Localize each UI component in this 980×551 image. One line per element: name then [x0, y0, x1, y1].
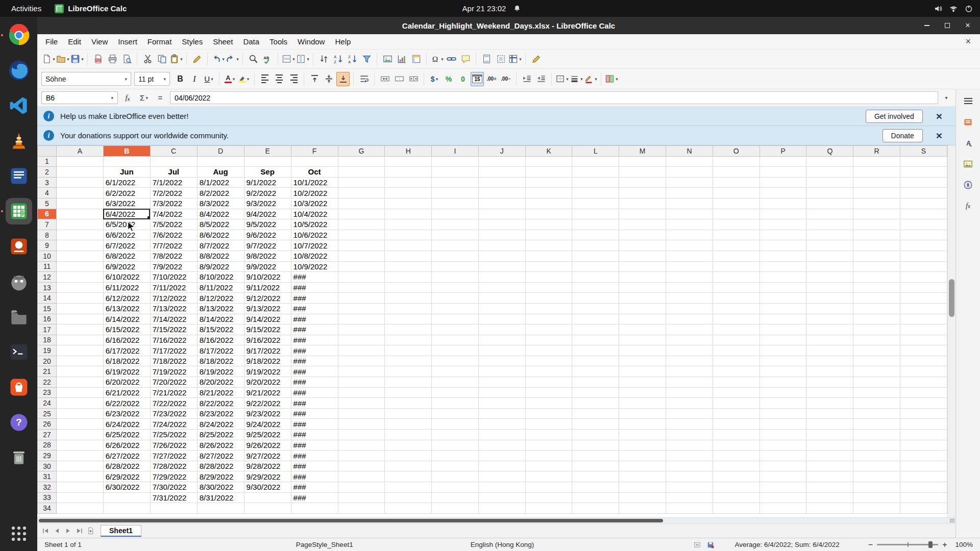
cell[interactable]	[385, 230, 432, 240]
row-header-23[interactable]: 23	[38, 387, 57, 398]
cell[interactable]	[806, 240, 853, 251]
cell[interactable]	[56, 430, 103, 440]
cell[interactable]: 10/5/2022	[291, 219, 338, 230]
headers-footers-button[interactable]	[480, 52, 493, 66]
dropdown-arrow-icon[interactable]: ▾	[222, 57, 225, 62]
cell[interactable]	[666, 156, 713, 167]
cell[interactable]	[853, 167, 900, 178]
infobar-close-icon[interactable]: ×	[929, 130, 949, 142]
cell[interactable]	[525, 440, 572, 450]
merge-and-center-button[interactable]	[378, 72, 391, 86]
cell[interactable]	[525, 471, 572, 482]
cell[interactable]	[806, 188, 853, 198]
insert-image-button[interactable]	[381, 52, 394, 66]
cell[interactable]	[244, 492, 291, 503]
conditional-formatting-button[interactable]: ▾	[605, 72, 618, 86]
cell[interactable]	[338, 356, 385, 366]
cell[interactable]	[432, 492, 479, 503]
cell[interactable]	[853, 177, 900, 188]
col-header-K[interactable]: K	[525, 146, 572, 157]
cell[interactable]	[853, 272, 900, 283]
cell[interactable]	[853, 503, 900, 514]
cell[interactable]	[478, 482, 525, 493]
col-header-Q[interactable]: Q	[806, 146, 853, 157]
cell[interactable]	[619, 240, 666, 251]
cell[interactable]	[525, 198, 572, 209]
cell[interactable]	[572, 272, 619, 283]
cell[interactable]	[572, 209, 619, 219]
cell[interactable]	[900, 419, 947, 430]
selection-summary[interactable]: Average: 6/4/2022; Sum: 6/4/2022	[734, 541, 839, 548]
cell[interactable]: 7/31/2022	[150, 492, 197, 503]
cell[interactable]: 7/16/2022	[150, 335, 197, 345]
cell[interactable]	[853, 314, 900, 324]
cell[interactable]	[432, 366, 479, 377]
selected-cell[interactable]: 6/4/2022	[103, 209, 150, 219]
clone-formatting-button[interactable]	[190, 52, 204, 66]
decrease-indent-button[interactable]	[534, 72, 548, 86]
cell[interactable]	[713, 356, 760, 366]
col-header-S[interactable]: S	[900, 146, 947, 157]
cell[interactable]	[900, 251, 947, 261]
cell[interactable]	[478, 408, 525, 419]
cell[interactable]	[572, 177, 619, 188]
zoom-slider[interactable]	[877, 544, 938, 545]
cell[interactable]: 6/30/2022	[103, 482, 150, 493]
cell[interactable]: Oct	[291, 167, 338, 178]
cell[interactable]	[338, 272, 385, 283]
cell[interactable]	[197, 503, 244, 514]
row-header-11[interactable]: 11	[38, 261, 57, 272]
cell[interactable]: 7/11/2022	[150, 282, 197, 293]
format-date-button[interactable]: 15	[471, 72, 484, 86]
col-header-H[interactable]: H	[385, 146, 432, 157]
sidebar-settings-button[interactable]	[960, 93, 977, 109]
cell[interactable]	[619, 398, 666, 409]
dropdown-arrow-icon[interactable]: ▾	[211, 77, 213, 82]
cell[interactable]	[900, 471, 947, 482]
cell[interactable]	[478, 440, 525, 450]
cell[interactable]	[713, 303, 760, 314]
menu-help[interactable]: Help	[330, 36, 356, 47]
clock[interactable]: Apr 21 23:02	[459, 3, 509, 14]
cell[interactable]	[572, 198, 619, 209]
find-replace-button[interactable]	[247, 52, 260, 66]
cell[interactable]: 8/31/2022	[197, 492, 244, 503]
show-draw-functions-button[interactable]	[529, 52, 543, 66]
col-header-M[interactable]: M	[619, 146, 666, 157]
row-header-8[interactable]: 8	[38, 230, 57, 240]
cell[interactable]: 7/10/2022	[150, 272, 197, 283]
row-header-19[interactable]: 19	[38, 345, 57, 356]
cell[interactable]	[432, 209, 479, 219]
cell[interactable]	[619, 335, 666, 345]
cell[interactable]: 9/18/2022	[244, 356, 291, 366]
cell[interactable]	[572, 482, 619, 493]
cell[interactable]: 9/28/2022	[244, 461, 291, 471]
cell[interactable]: ###	[291, 293, 338, 304]
cell[interactable]: 10/6/2022	[291, 230, 338, 240]
new-button[interactable]: ▾	[42, 52, 55, 66]
cell[interactable]	[385, 492, 432, 503]
cell[interactable]	[432, 503, 479, 514]
cell[interactable]	[525, 261, 572, 272]
cell[interactable]: 6/11/2022	[103, 282, 150, 293]
cell[interactable]: ###	[291, 482, 338, 493]
cell[interactable]	[338, 377, 385, 388]
row-header-6[interactable]: 6	[38, 209, 57, 219]
cell[interactable]	[56, 198, 103, 209]
cell[interactable]	[56, 209, 103, 219]
cell[interactable]	[713, 240, 760, 251]
cell[interactable]	[619, 282, 666, 293]
dock-show-applications-icon[interactable]	[6, 520, 32, 547]
cell[interactable]	[713, 492, 760, 503]
cell[interactable]	[432, 461, 479, 471]
cell[interactable]	[666, 293, 713, 304]
page-style[interactable]: PageStyle_Sheet1	[296, 541, 353, 548]
expand-formula-bar-button[interactable]: ▾	[941, 95, 951, 101]
paste-button[interactable]: ▾	[169, 52, 183, 66]
cell[interactable]	[56, 482, 103, 493]
cell[interactable]	[338, 398, 385, 409]
cell[interactable]	[806, 314, 853, 324]
cell[interactable]	[853, 293, 900, 304]
cell[interactable]	[713, 345, 760, 356]
cell[interactable]	[432, 167, 479, 178]
